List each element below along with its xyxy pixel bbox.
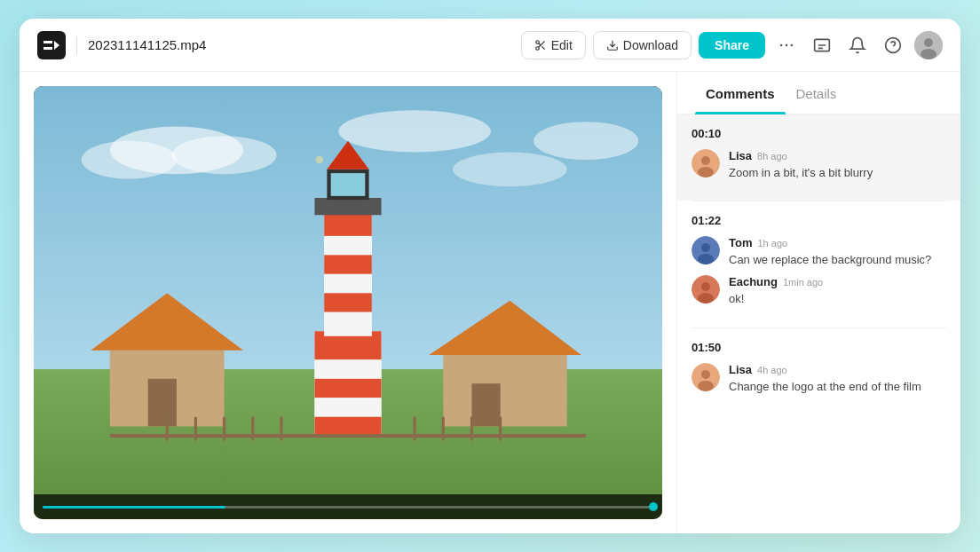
tab-comments[interactable]: Comments bbox=[695, 72, 786, 114]
help-icon bbox=[884, 36, 902, 54]
avatar-eachung bbox=[692, 275, 720, 304]
comment-group-3: 01:50 Lisa 4h ago bbox=[677, 328, 960, 414]
more-icon bbox=[778, 36, 795, 54]
comment-time-tom: 1h ago bbox=[757, 238, 787, 248]
svg-rect-0 bbox=[37, 31, 66, 59]
avatar-lisa-1 bbox=[692, 149, 720, 177]
svg-point-1 bbox=[535, 40, 539, 43]
header: 202311141125.mp4 Edit Download bbox=[20, 19, 960, 72]
comment-meta-lisa-1: Lisa 8h ago bbox=[729, 149, 946, 162]
svg-rect-28 bbox=[148, 379, 177, 427]
svg-rect-37 bbox=[314, 417, 381, 436]
svg-rect-39 bbox=[324, 212, 372, 236]
comment-author-eachung: Eachung bbox=[729, 275, 778, 288]
captions-button[interactable] bbox=[808, 31, 836, 59]
progress-track[interactable] bbox=[43, 506, 653, 509]
svg-point-64 bbox=[701, 243, 710, 252]
comment-meta-lisa-2: Lisa 4h ago bbox=[729, 363, 946, 376]
app-window: 202311141125.mp4 Edit Download bbox=[20, 19, 960, 533]
svg-line-5 bbox=[538, 43, 540, 44]
timestamp-2: 01:22 bbox=[692, 214, 946, 227]
capcut-logo-icon bbox=[37, 31, 66, 59]
comment-body-tom: Tom 1h ago Can we replace the background… bbox=[729, 236, 946, 268]
tab-details[interactable]: Details bbox=[786, 72, 848, 114]
svg-point-9 bbox=[791, 43, 794, 46]
svg-point-2 bbox=[535, 46, 539, 50]
svg-point-20 bbox=[82, 141, 177, 179]
comment-item-eachung: Eachung 1min ago ok! bbox=[692, 275, 946, 307]
svg-rect-44 bbox=[324, 312, 372, 336]
timestamp-1: 00:10 bbox=[692, 127, 946, 140]
comment-body-eachung: Eachung 1min ago ok! bbox=[729, 275, 946, 307]
svg-point-68 bbox=[698, 293, 714, 304]
comment-text-eachung: ok! bbox=[729, 291, 946, 307]
comment-body-lisa-2: Lisa 4h ago Change the logo at the end o… bbox=[729, 363, 946, 395]
svg-point-23 bbox=[453, 153, 567, 187]
download-icon bbox=[606, 39, 619, 51]
video-panel bbox=[20, 72, 676, 533]
comment-group-2: 01:22 Tom 1h ago bbox=[677, 201, 960, 327]
edit-label: Edit bbox=[551, 38, 573, 52]
svg-point-61 bbox=[701, 156, 710, 165]
comments-list: 00:10 Lisa 8h ago bbox=[677, 114, 960, 533]
svg-rect-47 bbox=[331, 173, 366, 196]
svg-point-7 bbox=[780, 43, 783, 46]
comment-text-tom: Can we replace the background music? bbox=[729, 252, 946, 268]
scissors-icon bbox=[534, 39, 547, 51]
svg-rect-40 bbox=[324, 236, 372, 255]
comment-group-1: 00:10 Lisa 8h ago bbox=[677, 114, 960, 201]
avatar-lisa-2 bbox=[692, 363, 720, 391]
comment-author-lisa-2: Lisa bbox=[729, 363, 752, 376]
download-button[interactable]: Download bbox=[593, 31, 692, 59]
header-divider bbox=[76, 36, 77, 54]
comment-time-eachung: 1min ago bbox=[783, 277, 823, 288]
video-frame bbox=[34, 86, 662, 519]
svg-point-49 bbox=[316, 156, 324, 164]
avatar-tom bbox=[692, 236, 720, 264]
svg-point-22 bbox=[338, 110, 491, 152]
svg-point-70 bbox=[701, 370, 710, 379]
progress-thumb bbox=[649, 502, 658, 511]
comment-text-lisa-2: Change the logo at the end of the film bbox=[729, 379, 946, 395]
svg-rect-29 bbox=[443, 355, 566, 426]
share-button[interactable]: Share bbox=[699, 32, 765, 59]
comment-item-tom: Tom 1h ago Can we replace the background… bbox=[692, 236, 946, 268]
more-options-button[interactable] bbox=[772, 31, 801, 59]
comment-meta-eachung: Eachung 1min ago bbox=[729, 275, 946, 288]
svg-point-8 bbox=[786, 43, 788, 46]
svg-point-21 bbox=[172, 136, 277, 174]
header-actions: Edit Download Share bbox=[521, 31, 943, 59]
svg-rect-35 bbox=[314, 379, 381, 398]
svg-point-67 bbox=[701, 282, 710, 291]
comments-panel: Comments Details 00:10 bbox=[676, 72, 960, 533]
video-container[interactable] bbox=[34, 86, 662, 519]
svg-point-71 bbox=[698, 381, 714, 391]
progress-fill bbox=[43, 506, 225, 509]
captions-icon bbox=[813, 36, 831, 54]
user-avatar[interactable] bbox=[914, 31, 943, 59]
timestamp-3: 01:50 bbox=[692, 341, 946, 354]
svg-rect-43 bbox=[324, 293, 372, 311]
comment-time-lisa-1: 8h ago bbox=[757, 151, 787, 162]
help-button[interactable] bbox=[879, 31, 907, 59]
comment-body-lisa-1: Lisa 8h ago Zoom in a bit, it's a bit bl… bbox=[729, 149, 946, 181]
logo-area: 202311141125.mp4 bbox=[37, 31, 206, 59]
svg-rect-42 bbox=[324, 274, 372, 293]
svg-point-62 bbox=[698, 167, 714, 177]
svg-point-16 bbox=[924, 38, 933, 47]
svg-point-17 bbox=[921, 49, 937, 59]
svg-rect-31 bbox=[471, 383, 500, 426]
comment-time-lisa-2: 4h ago bbox=[757, 365, 787, 375]
svg-rect-34 bbox=[314, 359, 381, 378]
comment-author-tom: Tom bbox=[729, 236, 752, 249]
svg-rect-45 bbox=[314, 198, 381, 215]
file-name: 202311141125.mp4 bbox=[88, 37, 206, 52]
edit-button[interactable]: Edit bbox=[521, 31, 586, 59]
svg-point-24 bbox=[533, 122, 638, 160]
main-content: Comments Details 00:10 bbox=[20, 72, 960, 533]
notifications-button[interactable] bbox=[843, 31, 872, 59]
share-label: Share bbox=[715, 38, 749, 52]
video-progress-bar[interactable] bbox=[34, 494, 662, 519]
svg-rect-36 bbox=[314, 398, 381, 416]
bell-icon bbox=[849, 36, 866, 54]
